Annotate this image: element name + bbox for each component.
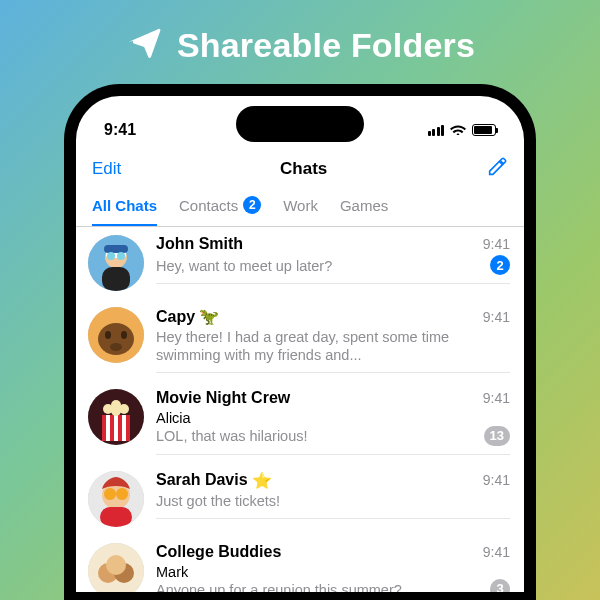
hero-title: Shareable Folders [177, 26, 475, 65]
svg-rect-6 [102, 267, 130, 291]
svg-point-29 [106, 555, 126, 575]
avatar [88, 389, 144, 445]
chat-preview: MarkAnyone up for a reunion this summer? [156, 563, 402, 593]
svg-point-5 [117, 252, 125, 260]
avatar [88, 235, 144, 291]
tab-label: Contacts [179, 197, 238, 214]
tab-badge: 2 [243, 196, 261, 214]
chat-preview: Hey there! I had a great day, spent some… [156, 328, 510, 364]
chat-time: 9:41 [483, 309, 510, 325]
chat-time: 9:41 [483, 390, 510, 406]
tab-work[interactable]: Work [283, 194, 318, 226]
svg-rect-25 [100, 507, 132, 527]
chat-row-content: Capy 🦖9:41Hey there! I had a great day, … [156, 307, 510, 373]
tab-games[interactable]: Games [340, 194, 388, 226]
chat-sender: Mark [156, 563, 402, 581]
avatar [88, 543, 144, 593]
chat-row[interactable]: Capy 🦖9:41Hey there! I had a great day, … [76, 299, 524, 381]
dynamic-island [236, 106, 364, 142]
chat-time: 9:41 [483, 544, 510, 560]
svg-point-11 [110, 343, 122, 351]
name-emoji: ⭐️ [252, 471, 272, 490]
chat-row[interactable]: Movie Night Crew9:41AliciaLOL, that was … [76, 381, 524, 462]
svg-rect-16 [122, 415, 126, 441]
tab-label: Games [340, 197, 388, 214]
chat-list[interactable]: John Smith9:41Hey, want to meet up later… [76, 227, 524, 592]
chat-preview: Hey, want to meet up later? [156, 257, 332, 275]
phone-frame: 9:41 Edit Chats All ChatsContacts2WorkGa… [64, 84, 536, 600]
avatar [88, 307, 144, 363]
svg-rect-3 [104, 245, 128, 253]
chat-sender: Alicia [156, 409, 308, 427]
svg-rect-14 [106, 415, 110, 441]
chat-name: John Smith [156, 235, 243, 253]
tab-contacts[interactable]: Contacts2 [179, 194, 261, 226]
paper-plane-icon [125, 24, 163, 66]
svg-point-23 [104, 488, 116, 500]
wifi-icon [450, 121, 466, 139]
chat-name: Movie Night Crew [156, 389, 290, 407]
svg-point-24 [116, 488, 128, 500]
chat-row[interactable]: College Buddies9:41MarkAnyone up for a r… [76, 535, 524, 593]
nav-title: Chats [280, 159, 327, 179]
compose-button[interactable] [486, 156, 508, 182]
unread-badge: 2 [490, 255, 510, 275]
status-time: 9:41 [104, 121, 136, 139]
name-emoji: 🦖 [199, 307, 219, 326]
battery-icon [472, 124, 496, 136]
nav-bar: Edit Chats [76, 150, 524, 190]
chat-time: 9:41 [483, 472, 510, 488]
svg-point-4 [107, 252, 115, 260]
unread-badge: 3 [490, 579, 510, 592]
svg-point-10 [121, 331, 127, 339]
chat-preview: AliciaLOL, that was hilarious! [156, 409, 308, 445]
cellular-icon [428, 125, 445, 136]
hero-banner: Shareable Folders [125, 24, 475, 66]
compose-icon [486, 156, 508, 178]
chat-name: Sarah Davis ⭐️ [156, 471, 272, 490]
unread-badge: 13 [484, 426, 510, 446]
svg-point-20 [111, 406, 121, 416]
tab-label: All Chats [92, 197, 157, 214]
tab-all-chats[interactable]: All Chats [92, 194, 157, 226]
chat-row[interactable]: John Smith9:41Hey, want to meet up later… [76, 227, 524, 299]
chat-preview: Just got the tickets! [156, 492, 280, 510]
avatar [88, 471, 144, 527]
svg-rect-15 [114, 415, 118, 441]
chat-time: 9:41 [483, 236, 510, 252]
chat-name: College Buddies [156, 543, 281, 561]
chat-row-content: College Buddies9:41MarkAnyone up for a r… [156, 543, 510, 593]
chat-row-content: Movie Night Crew9:41AliciaLOL, that was … [156, 389, 510, 454]
chat-row-content: John Smith9:41Hey, want to meet up later… [156, 235, 510, 284]
folder-tabs: All ChatsContacts2WorkGames [76, 190, 524, 227]
chat-row[interactable]: Sarah Davis ⭐️9:41Just got the tickets! [76, 463, 524, 535]
chat-name: Capy 🦖 [156, 307, 219, 326]
svg-point-9 [105, 331, 111, 339]
chat-row-content: Sarah Davis ⭐️9:41Just got the tickets! [156, 471, 510, 519]
phone-screen: 9:41 Edit Chats All ChatsContacts2WorkGa… [76, 96, 524, 592]
tab-label: Work [283, 197, 318, 214]
edit-button[interactable]: Edit [92, 159, 121, 179]
